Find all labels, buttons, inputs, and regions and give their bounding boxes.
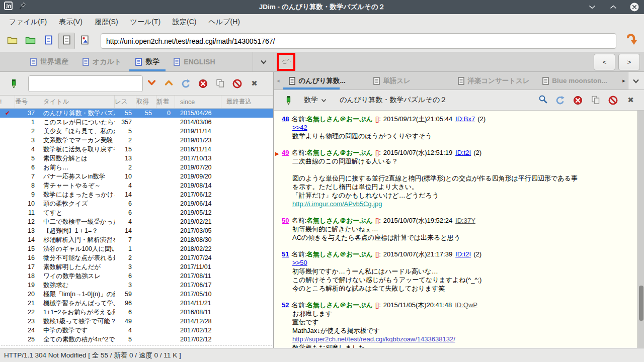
thread-list-row[interactable]: 19数強求む32017/06/17	[0, 281, 273, 290]
thread-copy-button[interactable]	[587, 92, 604, 109]
poster-name-link[interactable]: 名無しさん＠おーぷん	[306, 217, 373, 224]
thread-list-row[interactable]: 5素因数分解とは132017/10/13	[0, 154, 273, 163]
favorites-button[interactable]	[22, 33, 39, 49]
post-number-link[interactable]: 51	[282, 250, 289, 258]
list-stop-button[interactable]	[195, 75, 211, 92]
thread-list-row[interactable]: 12中二で数検準一級受かった42019/02/21	[0, 217, 273, 226]
thread-list-row[interactable]: 13【超難問】1＋1=？142017/03/05	[0, 226, 273, 235]
thread-tab-menu-button[interactable]	[628, 72, 644, 89]
write-post-button[interactable]	[6, 75, 22, 92]
board-tab-0[interactable]: 世界遺産	[23, 52, 75, 71]
write-post-button[interactable]	[280, 92, 297, 109]
thread-list-row[interactable]: 8青チャートやるぞ～42019/08/14	[0, 181, 273, 190]
thread-list-button[interactable]	[40, 33, 57, 49]
anchor-link[interactable]: >>50	[292, 259, 307, 266]
menu-item-1[interactable]: 表示(V)	[53, 16, 89, 29]
column-header-2[interactable]: タイトル	[39, 96, 115, 108]
thread-list-row[interactable]: ✔37のんびり算数・数学パズルそ555502015/04/26	[0, 109, 273, 118]
scrollbar-thumb[interactable]	[639, 286, 643, 321]
poster-id-link[interactable]: ID:Bx7	[455, 115, 475, 123]
poster-name-link[interactable]: 名無しさん＠おーぷん	[306, 250, 373, 258]
menu-item-5[interactable]: ヘルプ(H)	[203, 16, 246, 29]
menu-item-4[interactable]: 設定(C)	[167, 16, 202, 29]
thread-list-row[interactable]: 2美少女「ほら見て、私のおま52019/11/14	[0, 127, 273, 136]
image-link[interactable]: http://i.imgur.com/APvb5Cg.jpg	[292, 200, 382, 208]
thread-list-row[interactable]: 1このスレが目についたら何か3572014/03/06	[0, 118, 273, 127]
open-url-button[interactable]	[623, 33, 640, 50]
thread-close-button[interactable]: ✖	[622, 92, 639, 109]
board-tab-menu-button[interactable]	[253, 52, 274, 71]
thread-list-row[interactable]: 11てすと62019/05/12	[0, 208, 273, 217]
column-header-0[interactable]: !	[0, 96, 15, 108]
column-header-3[interactable]: レス	[115, 96, 136, 108]
url-input[interactable]	[101, 33, 616, 49]
thread-tab-0[interactable]: のんびり算数...	[282, 72, 366, 89]
thread-list-row[interactable]: 16微分不可能な点が表れる最22017/07/24	[0, 253, 273, 262]
scrollbar[interactable]	[637, 111, 644, 348]
post-number-link[interactable]: 52	[282, 301, 289, 309]
thread-list-row[interactable]: 10頭の柔軟クイズ62019/06/14	[0, 199, 273, 208]
board-select[interactable]: 数学	[304, 96, 327, 105]
list-copy-button[interactable]	[212, 75, 228, 92]
thread-tab-3[interactable]: Blue moonston...	[535, 72, 620, 89]
boards-button[interactable]	[4, 33, 21, 49]
thread-list-row[interactable]: 24中学の数学です42017/02/12	[0, 326, 273, 335]
list-search-input[interactable]	[28, 75, 143, 92]
list-reload-button[interactable]	[178, 75, 194, 92]
list-close-button[interactable]: ✖	[246, 75, 263, 92]
board-tab-1[interactable]: オカルト	[75, 52, 128, 71]
tab-scroll-left-icon[interactable]: ◂	[274, 72, 282, 89]
board-tab-2[interactable]: 数学	[128, 52, 167, 71]
thread-list-row[interactable]: 21機械学習をがんばって学ぶ962014/11/21	[0, 299, 273, 308]
thread-abort-button[interactable]	[605, 92, 621, 109]
thread-list-row[interactable]: 25全ての素数の積が4π^2で52017/02/12	[0, 335, 273, 344]
search-up-button[interactable]	[160, 75, 177, 92]
external-link[interactable]: http://super2ch.net/test/read.cgi/kqbbzo…	[292, 335, 455, 343]
thread-list-row[interactable]: 17素数解明したんだが32017/11/01	[0, 262, 273, 272]
thread-list-row[interactable]: 15渋谷のギャル100人に聞い12018/02/22	[0, 244, 273, 253]
search-down-button[interactable]	[143, 75, 160, 92]
thread-list-row[interactable]: 23数検1級って独学で可能？492014/12/28	[0, 317, 273, 326]
post-number-link[interactable]: 48	[282, 115, 289, 123]
minimize-button[interactable]	[587, 2, 598, 13]
maximize-button[interactable]	[608, 2, 619, 13]
thread-tab-2[interactable]: 洋楽コンサートスレ	[451, 72, 535, 89]
poster-id-link[interactable]: ID:t2I	[455, 250, 471, 258]
tab-scroll-right-icon[interactable]: ▸	[620, 72, 627, 89]
thread-view-button[interactable]	[58, 33, 75, 49]
image-view-button[interactable]	[76, 33, 93, 49]
menu-item-3[interactable]: ツール(T)	[124, 16, 167, 29]
image-tab-next-button[interactable]: >	[618, 54, 640, 70]
thread-list-row[interactable]: 20極限「lim[n→1-0](n)」の結果592017/05/10	[0, 290, 273, 299]
thread-list-row[interactable]: 3文系数学でマーカン受験22019/01/23	[0, 136, 273, 145]
thread-list-row[interactable]: 14杉浦解析入門・解析演習を72018/08/30	[0, 235, 273, 244]
thread-list-row[interactable]: 221+1=2をお前らが考える最も62016/08/11	[0, 308, 273, 317]
column-header-5[interactable]: 新着	[156, 96, 175, 108]
poster-name-link[interactable]: 名無しさん＠おーぷん	[306, 149, 373, 156]
thread-reload-button[interactable]	[552, 92, 569, 109]
thread-list-row[interactable]: 6お前ら…22019/07/20	[0, 163, 273, 172]
thread-list-row[interactable]: 9数学にはまったきっかけを教142017/06/12	[0, 190, 273, 199]
post-number-link[interactable]: 50	[282, 217, 289, 224]
image-tab-thumbnail[interactable]	[277, 53, 295, 71]
thread-list-row[interactable]: 18ワイの数学勉強スレ62017/08/11	[0, 272, 273, 281]
board-tab-3[interactable]: ENGLISH	[167, 52, 222, 71]
list-abort-button[interactable]	[229, 75, 246, 92]
poster-name-link[interactable]: 名無しさん＠おーぷん	[306, 115, 373, 123]
column-header-7[interactable]: 最終書込	[221, 96, 273, 108]
column-header-1[interactable]: 番号	[15, 96, 39, 108]
poster-id-link[interactable]: ID:QwP	[455, 301, 477, 309]
column-header-4[interactable]: 取得	[136, 96, 156, 108]
menu-item-2[interactable]: 履歴(S)	[89, 16, 124, 29]
column-header-6[interactable]: since	[175, 96, 221, 108]
image-tab-prev-button[interactable]: <	[594, 54, 615, 70]
menu-item-0[interactable]: ファイル(F)	[3, 16, 53, 29]
anchor-link[interactable]: >>42	[292, 124, 307, 131]
close-window-button[interactable]	[629, 2, 640, 13]
thread-search-button[interactable]	[534, 92, 551, 109]
thread-list-row[interactable]: 4数学板に活気を取り戻すぞ152016/11/14	[0, 145, 273, 154]
poster-name-link[interactable]: 名無しさん＠おーぷん	[306, 301, 373, 309]
poster-id-link[interactable]: ID:t2I	[455, 149, 471, 156]
thread-list-row[interactable]: 7バナー応募スレin数学102019/09/20	[0, 172, 273, 181]
poster-id-link[interactable]: ID:37Y	[455, 217, 475, 224]
